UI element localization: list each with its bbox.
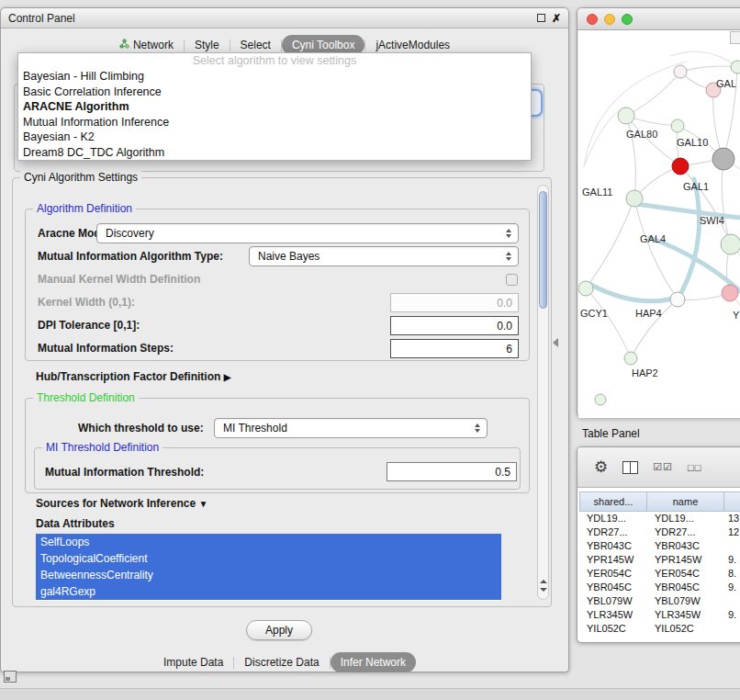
control-panel-titlebar[interactable]: Control Panel ✗ [1,8,568,28]
column-header[interactable] [724,491,740,512]
scrollbar-arrows[interactable] [540,580,547,592]
close-icon[interactable]: ✗ [552,13,561,24]
table-row[interactable]: YER054CYER054C8. [579,567,740,581]
bottom-tab-discretize-data[interactable]: Discretize Data [234,652,329,672]
table-cell: 8. [724,567,740,581]
node-label: HAP2 [632,367,658,378]
deselect-all-checkboxes-icon[interactable]: □□ [688,462,701,473]
node-label: SWI4 [700,215,724,226]
table-panel-title: Table Panel [582,427,640,440]
table-row[interactable]: YDR27...YDR27...12 [579,525,740,539]
mi-type-label: Mutual Information Algorithm Type: [38,250,223,263]
table-row[interactable]: YPR145WYPR145W9. [579,553,740,567]
table-cell: 13 [724,512,740,525]
table-cell: YDR27... [647,525,724,539]
network-canvas[interactable]: GALGAL80GAL10GAL11GAL1SWI4GAL4GCY1HAP4HA… [578,30,740,418]
network-node[interactable] [674,65,687,78]
network-node[interactable] [595,394,606,405]
zoom-traffic-light-icon[interactable] [622,14,633,25]
background-edge [584,62,687,166]
node-label: HAP4 [635,308,662,319]
network-node[interactable] [624,352,637,365]
manual-kernel-checkbox[interactable] [506,274,518,286]
network-node[interactable] [722,285,738,301]
table-cell: YLR345W [647,608,724,622]
network-graph: GALGAL80GAL10GAL11GAL1SWI4GAL4GCY1HAP4HA… [578,30,740,418]
table-row[interactable]: YLR345WYLR345W9. [579,608,740,622]
columns-icon[interactable] [622,461,638,474]
mi-threshold-field[interactable]: 0.5 [387,462,517,481]
network-node[interactable] [671,119,684,132]
control-panel-bottom-tabbar: Impute DataDiscretize DataInfer Network [1,651,568,673]
manual-kernel-label: Manual Kernel Width Definition [38,273,200,286]
table-row[interactable]: YDL19...YDL19...13 [579,512,740,525]
table-body: YDL19...YDL19...13YDR27...YDR27...12YBR0… [579,512,740,640]
algorithm-option[interactable]: ARACNE Algorithm [18,99,531,115]
which-threshold-select[interactable]: MI Threshold [214,418,488,438]
table-cell [724,594,740,608]
scroll-up-icon[interactable] [540,580,547,583]
settings-scrollbar[interactable] [537,185,549,600]
bottom-tab-impute-data[interactable]: Impute Data [153,652,233,672]
algorithm-option[interactable]: Bayesian - Hill Climbing [18,69,531,85]
aracne-mode-select[interactable]: Discovery [96,223,519,243]
dpi-tolerance-field[interactable]: 0.0 [390,316,519,335]
chevron-down-icon: ▼ [198,499,207,509]
bottom-tab-infer-network[interactable]: Infer Network [331,652,416,672]
mi-steps-field[interactable]: 6 [390,339,519,358]
table-cell: YBR043C [579,539,647,553]
attribute-item[interactable]: gal4RGexp [36,583,501,600]
network-edge-highlighted [681,179,700,293]
table-row[interactable]: YBR043CYBR043C [579,539,740,553]
network-icon [119,39,129,51]
kernel-width-field: 0.0 [390,293,519,312]
algorithm-option[interactable]: Bayesian - K2 [18,130,531,145]
network-node[interactable] [670,292,685,307]
table-cell: YPR145W [579,553,647,567]
mi-type-select[interactable]: Naive Bayes [249,246,519,266]
table-header-row: shared...name [579,491,740,512]
table-row[interactable]: YIL052CYIL052C [579,622,740,636]
column-header[interactable]: shared... [579,491,647,512]
data-attributes-list[interactable]: SelfLoopsTopologicalCoefficientBetweenne… [36,534,501,601]
attribute-item[interactable]: SelfLoops [36,534,501,550]
column-header[interactable]: name [647,491,724,512]
algorithm-option[interactable]: Basic Correlation Inference [18,85,531,100]
scrollbar-thumb[interactable] [539,191,547,309]
attribute-item[interactable]: BetweennessCentrality [36,567,501,583]
control-panel-title: Control Panel [8,12,75,25]
desktop: Control Panel ✗ NetworkStyleSelectCyni T… [0,0,740,700]
settings-group-title: Cyni Algorithm Settings [20,171,141,184]
table-cell: YBR045C [579,581,647,594]
algorithm-option[interactable]: Mutual Information Inference [18,115,531,130]
select-all-checkboxes-icon[interactable]: ☑☑ [653,461,673,473]
sources-section-toggle[interactable]: Sources for Network Inference ▼ [36,497,207,510]
network-edge [722,159,731,244]
network-node[interactable] [721,234,740,254]
network-window-titlebar[interactable] [577,8,740,30]
network-node[interactable] [672,158,689,175]
algorithm-option[interactable]: Dream8 DC_TDC Algorithm [18,145,531,161]
attribute-item[interactable]: TopologicalCoefficient [36,550,501,567]
network-node[interactable] [618,107,634,124]
network-edge-highlighted [589,284,674,301]
network-node[interactable] [731,61,740,73]
scroll-down-icon[interactable] [540,588,547,592]
float-window-icon[interactable] [537,14,545,22]
dock-panel-icon[interactable] [4,671,17,683]
network-node[interactable] [712,148,734,170]
network-node[interactable] [578,281,593,296]
close-traffic-light-icon[interactable] [587,14,598,25]
table-row[interactable]: YBL079WYBL079W [579,594,740,608]
network-edge [586,198,634,288]
panel-splitter-arrow[interactable] [553,338,558,347]
algorithm-dropdown-popup: Select algorithm to view settings Bayesi… [17,52,532,161]
gear-icon[interactable]: ⚙ [594,459,608,475]
minimize-traffic-light-icon[interactable] [604,14,615,25]
node-label: GCY1 [580,308,608,319]
mi-steps-value: 6 [506,343,512,356]
table-row[interactable]: YBR045CYBR045C9. [579,581,740,594]
apply-button[interactable]: Apply [246,620,312,640]
hub-section-toggle[interactable]: Hub/Transcription Factor Definition ▶ [36,370,230,383]
network-node[interactable] [626,190,643,207]
